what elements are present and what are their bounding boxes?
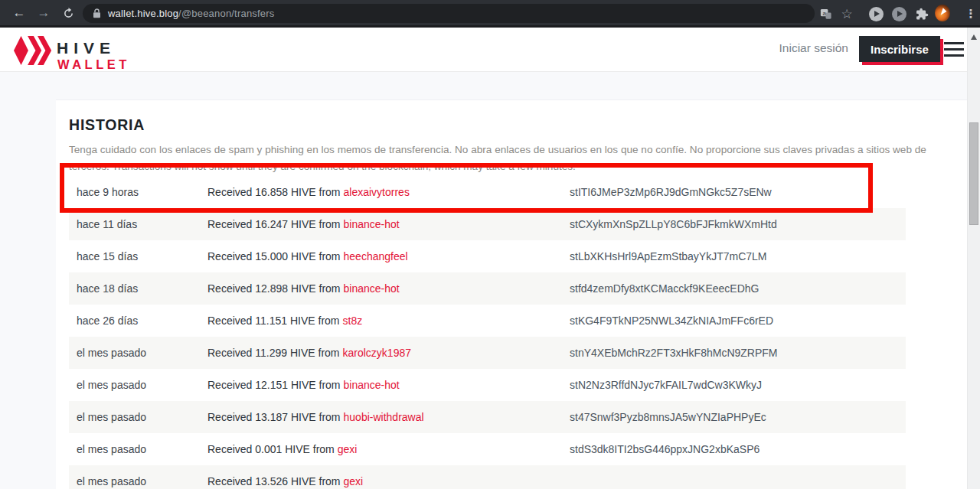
transfer-user-link[interactable]: binance-hot	[344, 218, 400, 230]
phishing-warning-line1: Tenga cuidado con los enlaces de spam y …	[69, 142, 967, 158]
transfer-description: Received 16.247 HIVE from	[207, 218, 341, 230]
transfer-description: Received 0.001 HIVE from	[207, 443, 335, 455]
transfer-user-link[interactable]: alexaivytorres	[344, 186, 410, 198]
transfer-date: hace 18 días	[77, 282, 207, 295]
hive-wallet-logo[interactable]: HIVE WALLET	[14, 33, 205, 70]
transfer-description: Received 13.187 HIVE from	[207, 411, 341, 423]
transfer-date: hace 15 días	[77, 250, 207, 262]
transfer-description: Received 15.000 HIVE from	[207, 250, 341, 262]
transfer-description: Received 12.898 HIVE from	[207, 282, 341, 295]
transfer-row: el mes pasado Received 11.299 HIVE fromk…	[69, 337, 906, 369]
transfer-memo: stnY4XEbMchRz2FT3xHkF8hMcN9ZRPFM	[570, 347, 906, 359]
transfer-date: hace 11 días	[77, 218, 207, 230]
hamburger-menu-icon[interactable]	[944, 42, 964, 60]
transfer-description: Received 12.151 HIVE from	[207, 379, 341, 391]
transfer-user-link[interactable]: st8z	[343, 315, 363, 327]
transfer-user-link[interactable]: huobi-withdrawal	[344, 411, 424, 423]
url-text: wallet.hive.blog/@beeanon/transfers	[108, 8, 275, 19]
transfer-date: el mes pasado	[77, 379, 207, 391]
transfer-memo: stN2Nz3RffdNJyc7kFAIL7wdCw3KWkyJ	[570, 379, 906, 391]
transfer-memo: stCXykmXnSpZLLpY8C6bFJFkmkWXmHtd	[570, 218, 906, 230]
extensions-puzzle-icon[interactable]	[914, 6, 929, 21]
logo-text-hive: HIVE	[57, 39, 116, 57]
browser-toolbar: ← → wallet.hive.blog/@beeanon/transfers …	[0, 0, 980, 28]
transfer-memo: stKG4F9TkNP25NWL34ZkNIAJmFFc6rED	[570, 315, 906, 327]
transfer-description-cell: Received 0.001 HIVE fromgexi	[207, 443, 570, 455]
transfer-memo: stdS3dk8ITI2bsG446ppxJNG2xbKaSP6	[570, 443, 906, 455]
transfer-description-cell: Received 11.299 HIVE fromkarolczyk1987	[207, 347, 570, 359]
transfer-date: el mes pasado	[77, 411, 207, 423]
profile-avatar[interactable]	[935, 5, 950, 21]
bookmark-star-icon[interactable]: ☆	[839, 6, 854, 21]
transfer-description-cell: Received 12.151 HIVE frombinance-hot	[207, 379, 570, 391]
transfer-description: Received 11.299 HIVE from	[207, 347, 340, 359]
back-icon[interactable]: ←	[9, 3, 29, 23]
transfer-memo: stITI6JMeP3zMp6RJ9dGmNGkc5Z7sENw	[570, 186, 906, 198]
reload-icon[interactable]	[58, 3, 78, 23]
address-bar[interactable]: wallet.hive.blog/@beeanon/transfers	[83, 4, 815, 23]
transfer-memo: st47Snwf3Pyzb8mnsJA5wYNZIaPHPyEc	[570, 411, 906, 423]
extension-play-icon[interactable]	[868, 6, 884, 21]
transfer-description-cell: Received 16.247 HIVE frombinance-hot	[207, 218, 570, 230]
transfer-row: el mes pasado Received 13.187 HIVE fromh…	[69, 401, 906, 433]
transfer-row: hace 15 días Received 15.000 HIVE fromhe…	[69, 240, 906, 272]
logo-text-wallet: WALLET	[57, 57, 130, 72]
transfer-user-link[interactable]: gexi	[338, 443, 358, 455]
transfer-description: Received 16.858 HIVE from	[207, 186, 341, 198]
transfer-date: hace 9 horas	[77, 186, 207, 198]
transfers-list: hace 9 horas Received 16.858 HIVE fromal…	[69, 176, 906, 489]
transfer-date: el mes pasado	[77, 443, 207, 455]
transfer-row: el mes pasado Received 12.151 HIVE fromb…	[69, 369, 906, 401]
phishing-warning-line2: terceros. Transactions will not show unt…	[69, 158, 967, 175]
transfer-memo: stfd4zemDfy8xtKCMacckf9KEeecEDhG	[570, 282, 906, 295]
transfer-user-link[interactable]: binance-hot	[344, 282, 400, 295]
transfer-row: hace 11 días Received 16.247 HIVE frombi…	[69, 208, 906, 240]
transfer-row: hace 9 horas Received 16.858 HIVE fromal…	[69, 176, 906, 208]
transfer-date: hace 26 días	[77, 315, 207, 327]
url-path: /@beeanon/transfers	[178, 8, 274, 19]
transfer-description-cell: Received 13.187 HIVE fromhuobi-withdrawa…	[207, 411, 570, 423]
transfer-description: Received 13.526 HIVE from	[207, 475, 341, 487]
transfer-date: el mes pasado	[77, 475, 207, 487]
page-title: HISTORIA	[69, 116, 967, 134]
transfer-row: el mes pasado Received 0.001 HIVE fromge…	[69, 433, 906, 465]
transfer-description-cell: Received 13.526 HIVE fromgexi	[207, 475, 570, 487]
extension-play2-icon[interactable]	[891, 6, 906, 21]
transfer-row: el mes pasado Received 13.526 HIVE fromg…	[69, 465, 906, 489]
login-link[interactable]: Iniciar sesión	[779, 41, 848, 55]
transfer-user-link[interactable]: karolczyk1987	[343, 347, 412, 359]
transfers-card: HISTORIA Tenga cuidado con los enlaces d…	[56, 99, 967, 489]
page-scrollbar[interactable]	[967, 28, 980, 489]
transfer-memo: stLbXKHsHrl9ApEzmStbayYkJT7mC7LM	[570, 250, 906, 262]
forward-icon[interactable]: →	[34, 3, 54, 23]
transfer-description-cell: Received 11.151 HIVE fromst8z	[207, 315, 570, 327]
transfer-user-link[interactable]: heechangfeel	[344, 250, 408, 262]
site-header: HIVE WALLET Iniciar sesión Inscribirse	[0, 28, 980, 72]
transfer-user-link[interactable]: gexi	[344, 475, 364, 487]
transfer-row: hace 26 días Received 11.151 HIVE fromst…	[69, 305, 906, 337]
translate-icon[interactable]: a	[818, 6, 833, 21]
transfer-description: Received 11.151 HIVE from	[207, 315, 340, 327]
transfer-user-link[interactable]: binance-hot	[344, 379, 400, 391]
transfer-description-cell: Received 12.898 HIVE frombinance-hot	[207, 282, 570, 295]
browser-menu-icon[interactable]: ⋮	[963, 6, 978, 21]
hive-logo-icon	[14, 34, 52, 67]
transfer-row: hace 18 días Received 12.898 HIVE frombi…	[69, 272, 906, 305]
transfer-description-cell: Received 15.000 HIVE fromheechangfeel	[207, 250, 570, 262]
transfer-description-cell: Received 16.858 HIVE fromalexaivytorres	[207, 186, 570, 198]
signup-button[interactable]: Inscribirse	[859, 36, 940, 62]
lock-icon	[93, 8, 101, 18]
main-content: HISTORIA Tenga cuidado con los enlaces d…	[0, 72, 980, 489]
transfer-date: el mes pasado	[77, 347, 207, 359]
url-host: wallet.hive.blog	[108, 8, 178, 19]
scrollbar-up-arrow-icon[interactable]	[971, 34, 977, 40]
phishing-warning: Tenga cuidado con los enlaces de spam y …	[69, 142, 967, 174]
scrollbar-thumb[interactable]	[969, 122, 978, 225]
